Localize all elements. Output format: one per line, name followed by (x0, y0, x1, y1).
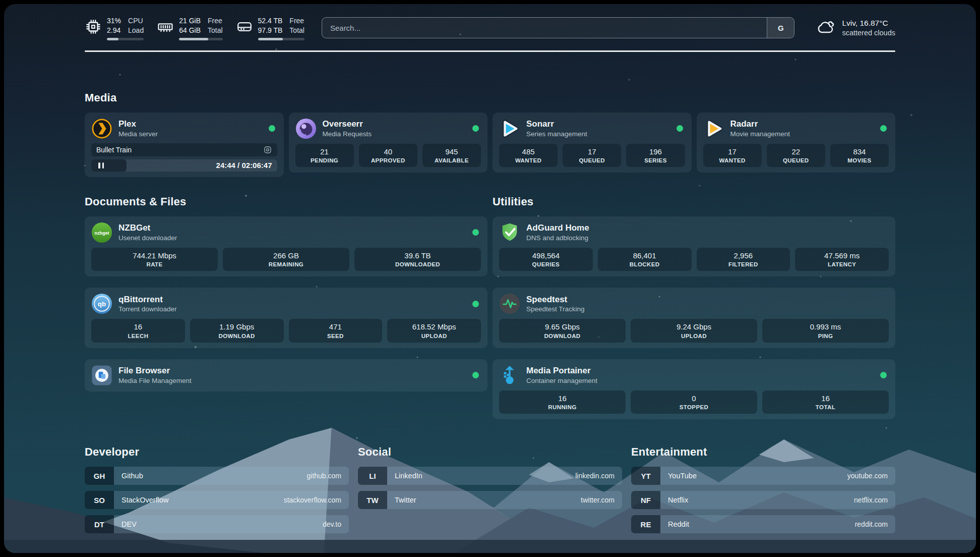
service-card-speedtest[interactable]: Speedtest Speedtest Tracking 9.65 Gbps D… (493, 288, 895, 348)
stat-queries: 498,564 QUERIES (499, 248, 593, 271)
bookmark-url: netflix.com (854, 496, 888, 504)
stat-queued: 17 QUEUED (563, 144, 621, 168)
memory-progress-bar (179, 38, 222, 40)
bookmark-reddit[interactable]: RE Reddit reddit.com (631, 515, 895, 533)
stat-running: 16 RUNNING (499, 391, 626, 414)
bookmark-url: github.com (307, 472, 341, 480)
playback-progress-bar: 24:44 / 02:06:47 (91, 159, 277, 172)
bookmark-abbr: DT (85, 515, 114, 533)
cpu-label-2: Load (128, 26, 144, 35)
service-name: Radarr (730, 119, 790, 129)
service-name: NZBGet (118, 222, 177, 233)
service-description: Media Requests (323, 130, 372, 139)
service-description: Usenet downloader (118, 234, 177, 243)
stat-ping: 0.993 ms PING (762, 319, 889, 343)
service-card-overseerr[interactable]: Overseerr Media Requests 21 PENDING 40 A… (289, 113, 488, 173)
bookmark-abbr: TW (358, 491, 387, 509)
service-name: Overseerr (323, 119, 372, 129)
bookmark-abbr: YT (631, 467, 660, 485)
bookmark-abbr: SO (85, 491, 114, 509)
weather-condition: scattered clouds (842, 29, 895, 37)
cpu-load: 2.94 (107, 26, 121, 35)
bookmark-dev[interactable]: DT DEV dev.to (85, 515, 349, 533)
pause-icon (98, 162, 104, 169)
status-online-dot (472, 125, 479, 132)
bookmark-abbr: RE (631, 515, 660, 533)
svg-text:qb: qb (98, 301, 106, 308)
stat-approved: 40 APPROVED (359, 144, 417, 168)
bookmark-netflix[interactable]: NF Netflix netflix.com (631, 491, 895, 509)
bookmark-url: linkedin.com (575, 472, 615, 480)
bookmark-name: DEV (121, 520, 137, 528)
service-card-radarr[interactable]: Radarr Movie management 17 WANTED 22 QUE… (697, 113, 896, 173)
stat-series: 196 SERIES (626, 144, 685, 168)
topbar: 31% 2.94 CPU Load (85, 4, 895, 40)
service-card-filebrowser[interactable]: File Browser Media File Management (85, 359, 487, 392)
service-card-qbittorrent[interactable]: qb qBittorrent Torrent downloader 16 LEE… (85, 288, 487, 348)
bookmark-stackoverflow[interactable]: SO StackOverflow stackoverflow.com (85, 491, 349, 509)
cpu-label-1: CPU (128, 16, 144, 26)
bookmark-url: dev.to (323, 520, 341, 528)
service-card-plex[interactable]: Plex Media server Bullet Train (85, 113, 284, 177)
bookmark-name: Twitter (395, 496, 416, 504)
bookmark-url: reddit.com (855, 520, 888, 528)
disk-total: 97.9 TB (258, 26, 283, 35)
bookmark-github[interactable]: GH Github github.com (85, 467, 349, 485)
status-online-dot (677, 125, 683, 132)
portainer-icon (499, 365, 520, 386)
cpu-percent: 31% (107, 16, 121, 26)
service-description: Container management (526, 376, 597, 385)
section-title-documents: Documents & Files (85, 195, 487, 208)
service-card-sonarr[interactable]: Sonarr Series management 485 WANTED 17 Q… (493, 113, 692, 173)
service-name: Plex (118, 119, 158, 129)
stat-queued: 22 QUEUED (767, 144, 825, 168)
stat-movies: 834 MOVIES (830, 144, 889, 168)
disk-progress-bar (258, 38, 304, 40)
disk-free: 52.4 TB (258, 16, 283, 26)
bookmark-name: StackOverflow (121, 496, 168, 504)
service-description: Movie management (730, 130, 790, 139)
service-card-portainer[interactable]: Media Portainer Container management 16 … (493, 359, 895, 420)
status-online-dot (472, 301, 479, 307)
dashboard-screen: 31% 2.94 CPU Load (4, 4, 976, 553)
disk-label-1: Free (289, 16, 304, 26)
memory-free: 21 GiB (179, 16, 201, 26)
bookmark-url: twitter.com (581, 496, 615, 504)
speedtest-icon (499, 293, 520, 314)
stat-seed: 471 SEED (289, 319, 383, 343)
stat-downloaded: 39.6 TB DOWNLOADED (354, 248, 481, 271)
memory-total: 64 GiB (179, 26, 201, 35)
service-name: Media Portainer (526, 365, 597, 376)
memory-label-2: Total (208, 26, 223, 35)
adguard-icon (499, 222, 520, 243)
stat-blocked: 86,401 BLOCKED (598, 248, 692, 271)
search-provider-button[interactable]: G (767, 18, 794, 38)
stat-upload: 9.24 Gbps UPLOAD (631, 319, 757, 343)
service-card-nzbget[interactable]: nzbget NZBGet Usenet downloader 744.21 M… (85, 216, 487, 277)
bookmark-linkedin[interactable]: LI LinkedIn linkedin.com (358, 467, 622, 485)
service-card-adguard[interactable]: AdGuard Home DNS and adblocking 498,564 … (493, 216, 895, 277)
bookmark-twitter[interactable]: TW Twitter twitter.com (358, 491, 622, 509)
status-online-dot (269, 125, 275, 132)
qbittorrent-icon: qb (91, 293, 112, 314)
service-name: Speedtest (526, 294, 585, 305)
webcam-icon (263, 145, 272, 154)
bookmark-name: Netflix (668, 496, 688, 504)
filebrowser-icon (91, 365, 112, 386)
cpu-icon (85, 18, 102, 35)
section-title-social: Social (358, 445, 622, 459)
bookmark-youtube[interactable]: YT YouTube youtube.com (631, 467, 895, 485)
section-title-media: Media (85, 91, 895, 104)
stat-remaining: 266 GB REMAINING (223, 248, 349, 271)
status-online-dot (880, 372, 887, 378)
service-description: Series management (526, 130, 587, 139)
bookmark-name: YouTube (668, 472, 697, 480)
memory-icon (157, 18, 174, 35)
service-description: Media File Management (118, 376, 192, 385)
stat-wanted: 485 WANTED (499, 144, 558, 168)
stat-upload: 618.52 Mbps UPLOAD (387, 319, 481, 343)
service-name: AdGuard Home (526, 222, 589, 233)
service-description: Speedtest Tracking (526, 305, 585, 314)
status-online-dot (880, 125, 887, 132)
search-input[interactable] (322, 18, 767, 38)
